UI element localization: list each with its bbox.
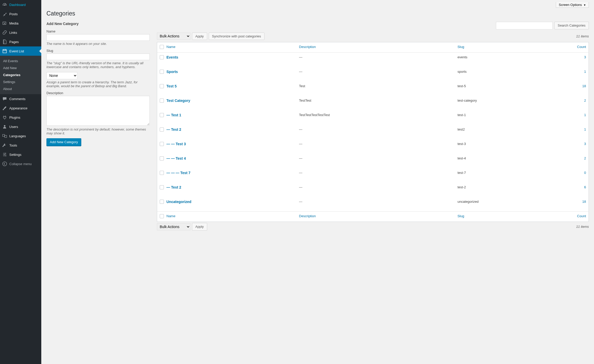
screen-options-button[interactable]: Screen Options▼ [556,2,589,8]
row-checkbox[interactable] [160,171,164,175]
category-name-link[interactable]: Test 5 [166,84,176,88]
table-row: Sports—sports1 [157,67,589,82]
row-checkbox[interactable] [160,142,164,146]
category-description: Test [296,82,455,96]
sidebar-item-label: Comments [9,97,26,101]
category-count-link[interactable]: 0 [584,171,586,175]
bulk-actions-select-bottom[interactable]: Bulk Actions [157,223,190,230]
category-description: — [296,183,455,197]
select-all-top[interactable] [160,45,164,49]
brush-icon [2,106,7,111]
parent-select[interactable]: None [46,72,77,79]
collapse-icon [2,161,7,166]
sidebar-item-label: Pages [9,40,19,44]
row-checkbox[interactable] [160,70,164,74]
col-name-foot[interactable]: Name [166,214,175,218]
category-slug: test2 [455,125,571,139]
settings-icon [2,152,7,157]
svg-rect-4 [3,134,5,136]
category-name-link[interactable]: Uncategorized [166,200,191,204]
col-count-foot[interactable]: Count [577,214,586,218]
category-name-link[interactable]: — Test 2 [166,127,181,132]
row-checkbox[interactable] [160,156,164,160]
category-slug: events [455,53,571,67]
row-checkbox[interactable] [160,200,164,204]
category-count-link[interactable]: 2 [584,156,586,160]
category-description: TestTestTestTestTest [296,110,455,125]
row-checkbox[interactable] [160,84,164,88]
select-all-bottom[interactable] [160,214,164,218]
col-count[interactable]: Count [577,45,586,49]
description-textarea[interactable] [46,96,150,126]
sidebar-item-dashboard[interactable]: Dashboard [0,0,41,9]
category-count-link[interactable]: 2 [584,99,586,102]
category-name-link[interactable]: — Test 1 [166,113,181,117]
row-checkbox[interactable] [160,185,164,189]
category-count-link[interactable]: 18 [582,200,586,204]
category-name-link[interactable]: Sports [166,70,178,74]
sidebar-item-label: Users [9,125,18,129]
col-description-foot[interactable]: Description [299,214,316,218]
sidebar-item-settings[interactable]: Settings [0,150,41,159]
sidebar-item-posts[interactable]: Posts [0,9,41,19]
apply-button-bottom[interactable]: Apply [192,223,207,231]
sidebar-item-comments[interactable]: Comments [0,94,41,103]
topbar: Screen Options▼ [46,0,589,8]
apply-button-top[interactable]: Apply [192,33,207,40]
collapse-menu[interactable]: Collapse menu [0,159,41,168]
category-slug: test-5 [455,82,571,96]
add-category-button[interactable]: Add New Category [46,138,81,146]
search-button[interactable]: Search Categories [554,22,589,29]
sidebar-item-label: Posts [9,12,18,16]
sidebar-item-users[interactable]: Users [0,122,41,131]
category-count-link[interactable]: 1 [584,113,586,117]
slug-input[interactable] [46,53,150,60]
sidebar-item-plugins[interactable]: Plugins [0,113,41,122]
submenu-item-all-events[interactable]: All Events [0,58,41,64]
sidebar-item-event-list[interactable]: Event List [0,46,41,56]
submenu-item-about[interactable]: About [0,85,41,92]
category-count-link[interactable]: 3 [584,55,586,59]
name-input[interactable] [46,34,150,41]
svg-point-9 [3,162,7,166]
row-checkbox[interactable] [160,99,164,103]
category-name-link[interactable]: Test Category [166,99,190,103]
submenu-item-settings[interactable]: Settings [0,78,41,85]
category-name-link[interactable]: — Test 2 [166,185,181,189]
col-name[interactable]: Name [166,45,175,49]
row-checkbox[interactable] [160,55,164,59]
form-heading: Add New Category [46,22,150,26]
category-name-link[interactable]: — — — Test 7 [166,171,190,175]
items-count-bottom: 11 items [576,225,589,229]
col-slug[interactable]: Slug [457,45,464,49]
tablenav-bottom: Bulk Actions Apply 11 items [157,222,589,233]
category-count-link[interactable]: 18 [582,84,586,88]
category-description: TestTest [296,96,455,110]
category-name-link[interactable]: — — Test 3 [166,142,186,146]
sidebar-item-media[interactable]: Media [0,19,41,28]
category-name-link[interactable]: — — Test 4 [166,156,186,160]
sidebar-item-links[interactable]: Links [0,28,41,37]
category-name-link[interactable]: Events [166,55,178,59]
submenu-item-categories[interactable]: Categories [0,71,41,78]
category-count-link[interactable]: 6 [584,185,586,189]
table-row: — — — Test 7—test-70 [157,168,589,183]
category-count-link[interactable]: 3 [584,142,586,146]
sync-button[interactable]: Synchronize with post categories [209,33,264,40]
table-row: Uncategorized—uncategorized18 [157,197,589,212]
search-input[interactable] [496,22,553,29]
submenu-item-add-new[interactable]: Add New [0,64,41,71]
sidebar-item-languages[interactable]: Languages [0,131,41,141]
sidebar-item-pages[interactable]: Pages [0,37,41,46]
bulk-actions-select-top[interactable]: Bulk Actions [157,33,190,40]
sidebar-item-tools[interactable]: Tools [0,141,41,150]
row-checkbox[interactable] [160,127,164,132]
category-count-link[interactable]: 1 [584,127,586,131]
sidebar-item-appearance[interactable]: Appearance [0,103,41,113]
category-slug: uncategorized [455,197,571,212]
category-slug: sports [455,67,571,82]
category-count-link[interactable]: 1 [584,70,586,74]
col-description[interactable]: Description [299,45,316,49]
col-slug-foot[interactable]: Slug [457,214,464,218]
row-checkbox[interactable] [160,113,164,117]
